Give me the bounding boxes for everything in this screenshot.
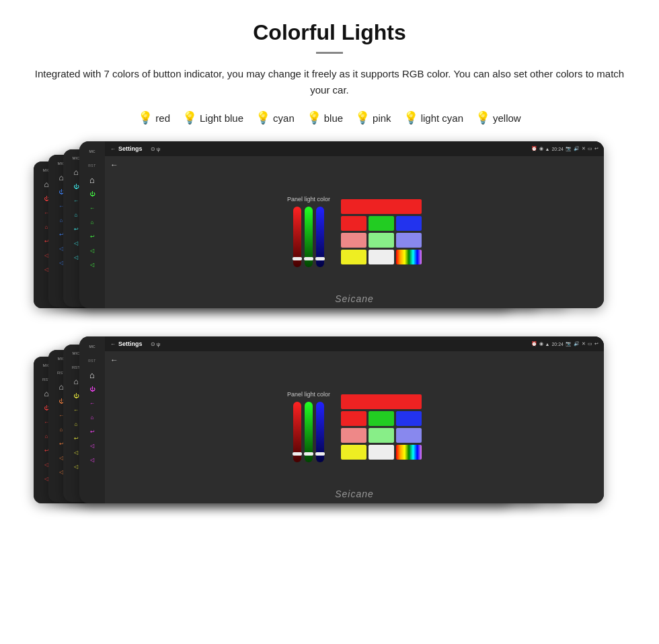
blue-slider-thumb: [315, 257, 325, 260]
bottom-device-group: MIC RST ⌂ ⏻ ← ⌂ ↩ ◁ ◁ MIC RST ⌂: [27, 335, 632, 524]
settings-content: Panel light color: [105, 172, 604, 291]
bottom-rgb-sliders: [293, 402, 324, 462]
red-slider-thumb: [293, 257, 302, 260]
swatch-row-3: [341, 233, 422, 248]
swatch-green[interactable]: [369, 216, 394, 231]
status-bar: ← Settings ⊙ ψ ⏰ ◉ ▲ 20:24 📷 🔊 ✕: [105, 141, 604, 156]
settings-title: Settings: [118, 145, 143, 152]
color-label-lightcyan: light cyan: [421, 112, 463, 124]
bottom-swatch-light-green[interactable]: [369, 428, 394, 443]
bottom-settings-content: Panel light color: [105, 367, 604, 486]
blue-slider[interactable]: [316, 207, 324, 267]
device-front: MIC RST ⌂ ⏻ ← ⌂ ↩ ◁ ◁ ← Settings: [79, 141, 604, 308]
bulb-red: 💡: [138, 110, 153, 125]
clock-icon: ⏰: [531, 146, 537, 151]
swatch-pink[interactable]: [341, 233, 366, 248]
swatch-light-green[interactable]: [369, 233, 394, 248]
status-right: ⏰ ◉ ▲ 20:24 📷 🔊 ✕ ▭ ↩: [531, 146, 598, 151]
swatch-yellow[interactable]: [341, 250, 366, 264]
back-button-area: ←: [105, 156, 604, 172]
swatch-row-1: [341, 199, 422, 214]
swatch-row-4: [341, 250, 422, 264]
sliders-area: Panel light color: [287, 196, 330, 267]
page-description: Integrated with 7 colors of button indic…: [27, 66, 632, 98]
bottom-swatch-red-wide[interactable]: [341, 394, 422, 409]
bottom-swatch-rainbow[interactable]: [396, 445, 422, 460]
bottom-time-display: 20:24: [551, 342, 564, 347]
bottom-swatch-light-blue[interactable]: [396, 428, 422, 443]
page-container: Colorful Lights Integrated with 7 colors…: [0, 0, 659, 542]
camera-icon: 📷: [566, 146, 572, 151]
swatch-blue[interactable]: [396, 216, 422, 231]
green-slider[interactable]: [305, 207, 313, 267]
bottom-sliders-area: Panel light color: [287, 391, 330, 462]
swatch-red-wide[interactable]: [341, 199, 422, 214]
color-red: 💡 red: [138, 110, 170, 125]
bottom-back-area: ←: [105, 351, 604, 367]
bottom-green-slider[interactable]: [305, 402, 313, 462]
bulb-lightblue: 💡: [182, 110, 197, 125]
back-arrow[interactable]: ←: [110, 160, 118, 170]
color-blue: 💡 blue: [307, 110, 343, 125]
swatch-white[interactable]: [369, 250, 394, 264]
bulb-lightcyan: 💡: [403, 110, 418, 125]
swatch-row-2: [341, 216, 422, 231]
swatch-rainbow[interactable]: [396, 250, 422, 264]
bottom-red-slider[interactable]: [293, 402, 301, 462]
color-label-yellow: yellow: [493, 112, 521, 124]
time-display: 20:24: [551, 147, 564, 151]
bottom-back-icon[interactable]: ←: [110, 341, 116, 347]
title-divider: [316, 52, 343, 54]
bottom-swatch-pink[interactable]: [341, 428, 366, 443]
bottom-settings-title: Settings: [118, 341, 143, 347]
bottom-swatch-red[interactable]: [341, 411, 366, 426]
watermark-top: Seicane: [105, 291, 604, 308]
bottom-swatch-blue[interactable]: [396, 411, 422, 426]
screen-icon: ▭: [588, 146, 592, 151]
bottom-back-arrow[interactable]: ←: [110, 355, 118, 365]
location-icon: ◉: [539, 146, 543, 151]
bottom-location-icon: ◉: [539, 341, 543, 347]
close-icon: ✕: [582, 146, 586, 151]
settings-icons: ⊙ ψ: [151, 146, 161, 152]
color-label-blue: blue: [324, 112, 343, 124]
panel-label: Panel light color: [287, 196, 330, 203]
page-title: Colorful Lights: [27, 20, 632, 45]
status-left: ← Settings ⊙ ψ: [110, 145, 160, 152]
color-lightcyan: 💡 light cyan: [403, 110, 463, 125]
swatch-red[interactable]: [341, 216, 366, 231]
signal-icon: ▲: [545, 147, 550, 151]
bottom-status-bar: ← Settings ⊙ ψ ⏰ ◉ ▲ 20:24 📷 🔊 ✕: [105, 336, 604, 351]
color-label-lightblue: Light blue: [200, 112, 243, 124]
color-swatches: [341, 199, 422, 264]
bottom-status-right: ⏰ ◉ ▲ 20:24 📷 🔊 ✕ ▭ ↩: [531, 341, 598, 347]
bottom-blue-slider-thumb: [315, 452, 325, 456]
bottom-swatch-green[interactable]: [369, 411, 394, 426]
color-label-red: red: [155, 112, 170, 124]
bottom-swatch-yellow[interactable]: [341, 445, 366, 460]
swatch-light-blue[interactable]: [396, 233, 422, 248]
bottom-screen-icon: ▭: [588, 341, 592, 347]
color-yellow: 💡 yellow: [475, 110, 521, 125]
color-pink: 💡 pink: [355, 110, 391, 125]
bottom-close-icon: ✕: [582, 341, 586, 347]
top-device-group: MIC ⌂ ⏻ ← ⌂ ↩ ◁ ◁ MIC ⌂ ⏻ ←: [27, 140, 632, 328]
red-slider[interactable]: [293, 207, 301, 267]
bottom-panel-label: Panel light color: [287, 391, 330, 398]
bulb-pink: 💡: [355, 110, 370, 125]
back-nav-icon: ↩: [594, 146, 598, 151]
panel-light-section: Panel light color: [287, 196, 422, 267]
bottom-color-swatches: [341, 394, 422, 460]
bulb-cyan: 💡: [256, 110, 270, 125]
bottom-back-nav-icon: ↩: [594, 341, 598, 347]
bottom-device-front: MIC RST ⌂ ⏻ ← ⌂ ↩ ◁ ◁ ← Settings ⊙ ψ: [79, 336, 604, 503]
bottom-status-left: ← Settings ⊙ ψ: [110, 341, 160, 347]
bottom-swatch-white[interactable]: [369, 445, 394, 460]
color-lightblue: 💡 Light blue: [182, 110, 243, 125]
bottom-volume-icon: 🔊: [574, 341, 580, 347]
back-icon[interactable]: ←: [110, 146, 116, 152]
color-label-pink: pink: [373, 112, 391, 124]
watermark-bottom: Seicane: [105, 486, 604, 503]
bottom-blue-slider[interactable]: [316, 402, 324, 462]
bulb-yellow: 💡: [475, 110, 490, 125]
